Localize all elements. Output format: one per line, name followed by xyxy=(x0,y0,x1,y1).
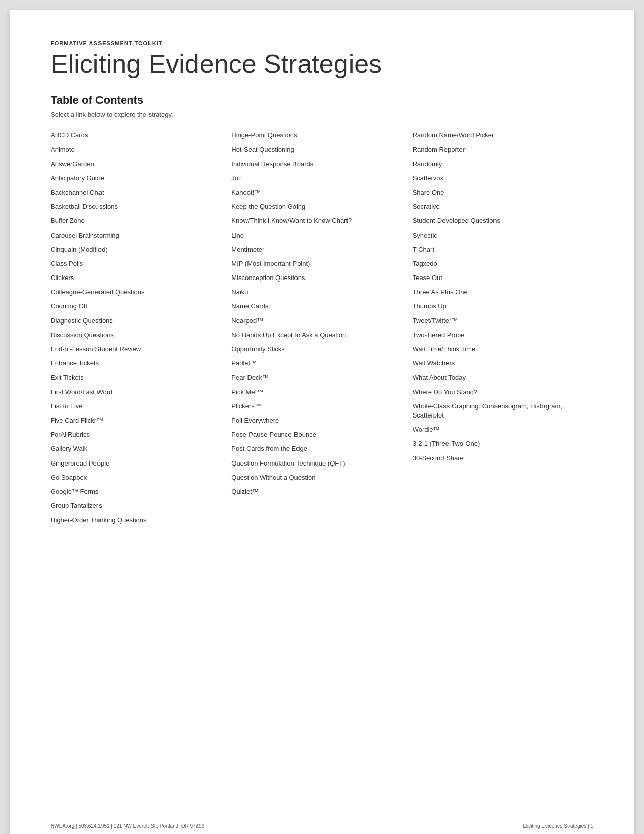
list-item[interactable]: Wordle™ xyxy=(413,423,593,437)
list-item[interactable]: Clickers xyxy=(51,271,231,285)
list-item[interactable]: Higher-Order Thinking Questions xyxy=(51,513,231,527)
toc-columns: ABCD CardsAnimotoAnswerGardenAnticipator… xyxy=(51,128,593,527)
list-item[interactable]: Google™ Forms xyxy=(51,485,231,499)
list-item[interactable]: Individual Response Boards xyxy=(231,157,412,171)
list-item[interactable]: Pear Deck™ xyxy=(231,370,412,385)
list-item[interactable]: Diagnostic Questions xyxy=(51,314,231,328)
list-item[interactable]: Socrative xyxy=(413,200,593,214)
list-item[interactable]: Carousel Brainstorming xyxy=(51,228,231,243)
list-item[interactable]: Misconception Questions xyxy=(231,271,412,285)
list-item[interactable]: AnswerGarden xyxy=(51,157,231,171)
list-item[interactable]: Random Reporter xyxy=(413,143,593,157)
list-item[interactable]: Gallery Walk xyxy=(51,442,231,456)
list-item[interactable]: MIP (Most Important Point) xyxy=(231,257,412,271)
list-item[interactable]: Keep the Question Going xyxy=(231,200,412,214)
footer-left: NWEA.org | 503.624.1951 | 121 NW Everett… xyxy=(51,823,204,829)
list-item[interactable]: Question Without a Question xyxy=(231,471,412,485)
list-item[interactable]: Synectic xyxy=(413,228,593,243)
list-item[interactable]: Three As Plus One xyxy=(413,285,593,299)
list-item[interactable]: Hot-Seat Questioning xyxy=(231,143,412,157)
list-item[interactable]: Nearpod™ xyxy=(231,314,412,328)
list-item[interactable]: Fist to Five xyxy=(51,399,231,413)
page-title: Eliciting Evidence Strategies xyxy=(51,50,593,78)
list-item[interactable]: Whole-Class Graphing: Consensogram, Hist… xyxy=(413,399,593,423)
list-item[interactable]: Buffer Zone xyxy=(51,214,231,228)
list-item[interactable]: Wait Watchers xyxy=(413,356,593,370)
list-item[interactable]: Kahoot!™ xyxy=(231,186,412,200)
list-item[interactable]: Two-Tiered Probe xyxy=(413,328,593,342)
footer-right: Eliciting Evidence Strategies | 1 xyxy=(523,823,593,829)
list-item[interactable]: Share One xyxy=(413,186,593,200)
list-item[interactable]: Colleague-Generated Questions xyxy=(51,285,231,299)
list-item[interactable]: Entrance Tickets xyxy=(51,356,231,370)
list-item[interactable]: Random Name/Word Picker xyxy=(413,128,593,143)
list-item[interactable]: Mentimeter xyxy=(231,243,412,257)
list-item[interactable]: Wait Time/Think Time xyxy=(413,342,593,356)
list-item[interactable]: Tweet/Twitter™ xyxy=(413,314,593,328)
list-item[interactable]: Student-Developed Questions xyxy=(413,214,593,228)
list-item[interactable]: Opportunity Sticks xyxy=(231,342,412,356)
list-item[interactable]: Anticipatory Guide xyxy=(51,171,231,186)
list-item[interactable]: Randomly xyxy=(413,157,593,171)
list-item[interactable]: 30-Second Share xyxy=(413,451,593,466)
list-item[interactable]: Lino xyxy=(231,228,412,243)
list-item[interactable]: Discussion Questions xyxy=(51,328,231,342)
toc-heading: Table of Contents xyxy=(51,94,593,107)
list-item[interactable]: First Word/Last Word xyxy=(51,385,231,399)
list-item[interactable]: Counting Off xyxy=(51,299,231,313)
list-item[interactable]: Where Do You Stand? xyxy=(413,385,593,399)
list-item[interactable]: Thumbs Up xyxy=(413,299,593,313)
list-item[interactable]: Class Polls xyxy=(51,257,231,271)
list-item[interactable]: Exit Tickets xyxy=(51,370,231,385)
list-item[interactable]: Go Soapbox xyxy=(51,471,231,485)
list-item[interactable]: Tagxedo xyxy=(413,257,593,271)
list-item[interactable]: Animoto xyxy=(51,143,231,157)
list-item[interactable]: What About Today xyxy=(413,370,593,385)
list-item[interactable]: Padlet™ xyxy=(231,356,412,370)
list-item[interactable]: Naiku xyxy=(231,285,412,299)
toolkit-label: FORMATIVE ASSESSMENT TOOLKIT xyxy=(51,40,593,47)
footer: NWEA.org | 503.624.1951 | 121 NW Everett… xyxy=(51,819,593,829)
list-item[interactable]: ABCD Cards xyxy=(51,128,231,143)
list-item[interactable]: Gingerbread People xyxy=(51,456,231,471)
list-item[interactable]: Question Formulation Technique (QFT) xyxy=(231,456,412,471)
list-item[interactable]: End-of-Lesson Student Review xyxy=(51,342,231,356)
list-item[interactable]: ForAllRubrics xyxy=(51,428,231,442)
list-item[interactable]: Plickers™ xyxy=(231,399,412,413)
toc-column-2: Hinge-Point QuestionsHot-Seat Questionin… xyxy=(231,128,412,499)
list-item[interactable]: Hinge-Point Questions xyxy=(231,128,412,143)
list-item[interactable]: Poll Everywhere xyxy=(231,413,412,428)
list-item[interactable]: Pick Me!™ xyxy=(231,385,412,399)
list-item[interactable]: Jot! xyxy=(231,171,412,186)
list-item[interactable]: Name Cards xyxy=(231,299,412,313)
page: FORMATIVE ASSESSMENT TOOLKIT Eliciting E… xyxy=(10,10,634,834)
list-item[interactable]: Basketball Discussions xyxy=(51,200,231,214)
list-item[interactable]: Group Tantalizers xyxy=(51,499,231,513)
list-item[interactable]: Tease Out xyxy=(413,271,593,285)
list-item[interactable]: Quizlet™ xyxy=(231,485,412,499)
list-item[interactable]: Cinquain (Modified) xyxy=(51,243,231,257)
list-item[interactable]: Backchannel Chat xyxy=(51,186,231,200)
toc-column-1: ABCD CardsAnimotoAnswerGardenAnticipator… xyxy=(51,128,231,527)
list-item[interactable]: 3-2-1 (Three-Two-One) xyxy=(413,437,593,451)
toc-subtitle: Select a link below to explore the strat… xyxy=(51,111,593,118)
list-item[interactable]: Know/Think I Know/Want to Know Chart? xyxy=(231,214,412,228)
list-item[interactable]: T-Chart xyxy=(413,243,593,257)
list-item[interactable]: Five Card Flickr™ xyxy=(51,413,231,428)
list-item[interactable]: Post Cards from the Edge xyxy=(231,442,412,456)
toc-column-3: Random Name/Word PickerRandom ReporterRa… xyxy=(413,128,593,466)
list-item[interactable]: Pose-Pause-Pounce-Bounce xyxy=(231,428,412,442)
list-item[interactable]: Scattervox xyxy=(413,171,593,186)
list-item[interactable]: No Hands Up Except to Ask a Question xyxy=(231,328,412,342)
